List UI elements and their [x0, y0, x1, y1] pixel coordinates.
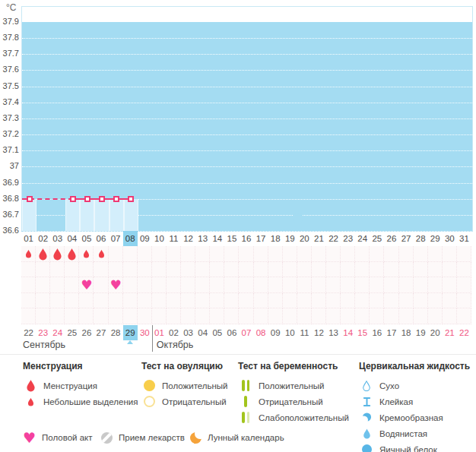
- note-cell[interactable]: [268, 246, 283, 262]
- note-cell[interactable]: [109, 246, 123, 262]
- note-cell[interactable]: [239, 308, 253, 324]
- note-cell[interactable]: [283, 262, 297, 278]
- note-cell[interactable]: [341, 246, 355, 262]
- note-cell[interactable]: [152, 262, 167, 278]
- calendar-day[interactable]: 08: [254, 325, 268, 340]
- note-cell[interactable]: [79, 293, 94, 309]
- note-cell[interactable]: [312, 277, 326, 293]
- note-cell[interactable]: [254, 308, 268, 324]
- note-cell[interactable]: [457, 308, 471, 324]
- cycle-day-label[interactable]: 26: [384, 231, 398, 246]
- note-cell[interactable]: [384, 246, 398, 262]
- cycle-day-label[interactable]: 22: [326, 231, 341, 246]
- note-cell[interactable]: [94, 308, 108, 324]
- note-cell[interactable]: [210, 308, 224, 324]
- calendar-day[interactable]: 29: [123, 325, 138, 340]
- calendar-day[interactable]: 02: [167, 325, 181, 340]
- note-cell[interactable]: [50, 277, 65, 293]
- note-cell[interactable]: [268, 262, 283, 278]
- note-cell[interactable]: [414, 308, 428, 324]
- cycle-day-label[interactable]: 09: [138, 231, 152, 246]
- cycle-day-label[interactable]: 23: [341, 231, 355, 246]
- note-cell[interactable]: [181, 262, 195, 278]
- cycle-day-label[interactable]: 15: [224, 231, 239, 246]
- note-cell[interactable]: [443, 262, 457, 278]
- cycle-day-label[interactable]: 13: [195, 231, 210, 246]
- note-cell[interactable]: [384, 277, 398, 293]
- note-cell[interactable]: [79, 308, 94, 324]
- cycle-day-label[interactable]: 08: [123, 231, 138, 246]
- note-cell[interactable]: [21, 277, 36, 293]
- note-cell[interactable]: [443, 308, 457, 324]
- note-cell[interactable]: [195, 262, 210, 278]
- note-cell[interactable]: [239, 277, 253, 293]
- cycle-day-label[interactable]: 12: [181, 231, 195, 246]
- note-cell[interactable]: [457, 262, 471, 278]
- note-cell[interactable]: [326, 262, 341, 278]
- cycle-day-label[interactable]: 06: [94, 231, 108, 246]
- calendar-day[interactable]: 23: [36, 325, 50, 340]
- calendar-day[interactable]: 10: [283, 325, 297, 340]
- calendar-day[interactable]: 06: [224, 325, 239, 340]
- calendar-day[interactable]: 26: [79, 325, 94, 340]
- note-cell[interactable]: [384, 293, 398, 309]
- note-cell[interactable]: [36, 277, 50, 293]
- note-cell[interactable]: [326, 277, 341, 293]
- note-cell[interactable]: [370, 246, 384, 262]
- cycle-day-label[interactable]: 28: [414, 231, 428, 246]
- note-cell[interactable]: [254, 293, 268, 309]
- note-cell[interactable]: [355, 246, 370, 262]
- note-cell[interactable]: [254, 277, 268, 293]
- note-cell[interactable]: [457, 246, 471, 262]
- cycle-day-label[interactable]: 10: [152, 231, 167, 246]
- note-cell[interactable]: [414, 293, 428, 309]
- note-cell[interactable]: [297, 308, 312, 324]
- calendar-day[interactable]: 14: [341, 325, 355, 340]
- cycle-day-label[interactable]: 11: [167, 231, 181, 246]
- note-cell[interactable]: [94, 277, 108, 293]
- note-cell[interactable]: [224, 293, 239, 309]
- note-cell[interactable]: [50, 262, 65, 278]
- cycle-day-label[interactable]: 20: [297, 231, 312, 246]
- calendar-day[interactable]: 03: [181, 325, 195, 340]
- note-cell[interactable]: [181, 308, 195, 324]
- calendar-day[interactable]: 05: [210, 325, 224, 340]
- note-cell[interactable]: [239, 246, 253, 262]
- calendar-day[interactable]: 28: [109, 325, 123, 340]
- note-cell[interactable]: [195, 293, 210, 309]
- note-cell[interactable]: [312, 246, 326, 262]
- calendar-day[interactable]: 21: [443, 325, 457, 340]
- calendar-day[interactable]: 30: [138, 325, 152, 340]
- note-cell[interactable]: [312, 293, 326, 309]
- cycle-day-label[interactable]: 04: [65, 231, 79, 246]
- note-cell[interactable]: [109, 293, 123, 309]
- note-cell[interactable]: [210, 277, 224, 293]
- calendar-day[interactable]: 04: [195, 325, 210, 340]
- note-cell[interactable]: [399, 246, 414, 262]
- note-cell[interactable]: [195, 308, 210, 324]
- calendar-day[interactable]: 16: [370, 325, 384, 340]
- note-cell[interactable]: [123, 262, 138, 278]
- temp-point[interactable]: [128, 196, 134, 202]
- note-cell[interactable]: [21, 262, 36, 278]
- note-cell[interactable]: [224, 246, 239, 262]
- note-cell[interactable]: [239, 293, 253, 309]
- note-cell[interactable]: [167, 293, 181, 309]
- cycle-day-label[interactable]: 01: [21, 231, 36, 246]
- note-cell[interactable]: [443, 246, 457, 262]
- note-cell[interactable]: [138, 246, 152, 262]
- note-cell[interactable]: [341, 308, 355, 324]
- note-cell[interactable]: [399, 277, 414, 293]
- note-cell[interactable]: [428, 308, 443, 324]
- note-cell[interactable]: [239, 262, 253, 278]
- cycle-day-label[interactable]: 03: [50, 231, 65, 246]
- note-cell[interactable]: [152, 277, 167, 293]
- note-cell[interactable]: [65, 308, 79, 324]
- note-cell[interactable]: [152, 293, 167, 309]
- note-cell[interactable]: [384, 308, 398, 324]
- temp-point[interactable]: [99, 196, 105, 202]
- note-cell[interactable]: [428, 246, 443, 262]
- note-cell[interactable]: [355, 308, 370, 324]
- note-cell[interactable]: [224, 262, 239, 278]
- note-cell[interactable]: [268, 277, 283, 293]
